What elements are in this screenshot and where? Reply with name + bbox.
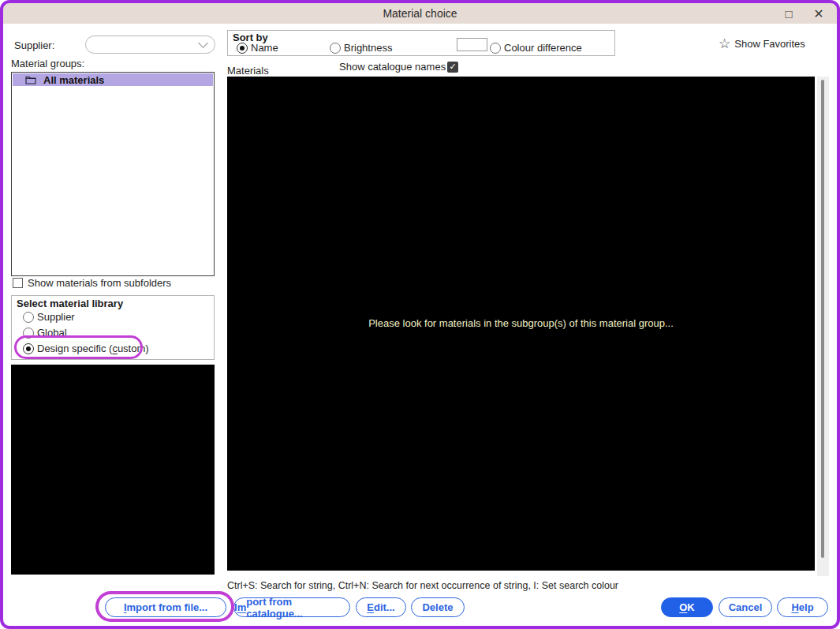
keyboard-shortcuts-hint: Ctrl+S: Search for string, Ctrl+N: Searc… [227, 580, 618, 591]
close-button[interactable]: ✕ [808, 3, 829, 24]
material-library-group-title: Select material library [17, 298, 123, 309]
scrollbar-thumb[interactable] [821, 80, 824, 558]
radio-supplier[interactable]: Supplier [23, 311, 75, 323]
checkbox-checked-icon: ✓ [447, 62, 458, 73]
radio-icon [490, 43, 501, 54]
help-button[interactable]: Help [777, 597, 828, 617]
delete-button[interactable]: Delete [411, 597, 465, 617]
supplier-label: Supplier: [14, 39, 54, 51]
radio-design-specific[interactable]: Design specific (custom) [23, 343, 149, 354]
chevron-down-icon [198, 38, 208, 48]
materials-canvas[interactable]: Please look for materials in the subgrou… [227, 77, 815, 571]
list-item-label: All materials [43, 74, 104, 86]
material-groups-label: Material groups: [11, 58, 84, 69]
radio-icon [330, 43, 341, 54]
show-catalogue-names-label: Show catalogue names [339, 61, 446, 73]
sort-by-group: Sort by Name Brightness Colour differenc… [227, 30, 615, 56]
ok-button[interactable]: OK [661, 597, 713, 617]
materials-label: Materials [227, 65, 269, 77]
material-library-group: Select material library Supplier Global … [11, 295, 215, 360]
radio-global[interactable]: Global [23, 327, 67, 339]
radio-selected-icon [237, 43, 248, 54]
radio-icon [23, 328, 34, 339]
edit-button[interactable]: Edit... [356, 597, 406, 617]
materials-scrollbar[interactable] [817, 77, 829, 576]
star-icon: ☆ [719, 37, 730, 51]
show-favorites-toggle[interactable]: ☆ Show Favorites [719, 37, 805, 51]
show-subfolders-label: Show materials from subfolders [28, 277, 171, 289]
show-favorites-label: Show Favorites [734, 38, 805, 50]
import-from-catalogue-button[interactable]: Import from catalogue... [233, 597, 350, 617]
radio-selected-icon [23, 343, 34, 354]
material-preview-panel [11, 365, 215, 575]
window-title: Material choice [383, 7, 457, 20]
import-from-file-button[interactable]: Import from file... [105, 597, 226, 617]
radio-sort-name[interactable]: Name [237, 42, 278, 54]
show-subfolders-checkbox[interactable]: Show materials from subfolders [13, 277, 171, 289]
empty-materials-message: Please look for materials in the subgrou… [227, 317, 815, 329]
list-item-all-materials[interactable]: All materials [13, 73, 213, 86]
radio-icon [23, 312, 34, 323]
title-bar: Material choice □ ✕ [3, 3, 837, 24]
radio-sort-brightness[interactable]: Brightness [330, 42, 392, 54]
radio-sort-colour-difference[interactable]: Colour difference [490, 42, 582, 54]
supplier-dropdown[interactable] [85, 36, 215, 54]
material-groups-list: All materials [11, 72, 215, 276]
checkbox-unchecked-icon [13, 278, 23, 288]
material-choice-dialog: Material choice □ ✕ Supplier: Material g… [0, 0, 840, 629]
show-catalogue-names-checkbox[interactable]: Show catalogue names ✓ [339, 61, 458, 73]
folder-icon [25, 75, 36, 84]
search-colour-swatch[interactable] [457, 38, 487, 51]
maximize-button[interactable]: □ [778, 3, 799, 24]
cancel-button[interactable]: Cancel [719, 597, 772, 617]
